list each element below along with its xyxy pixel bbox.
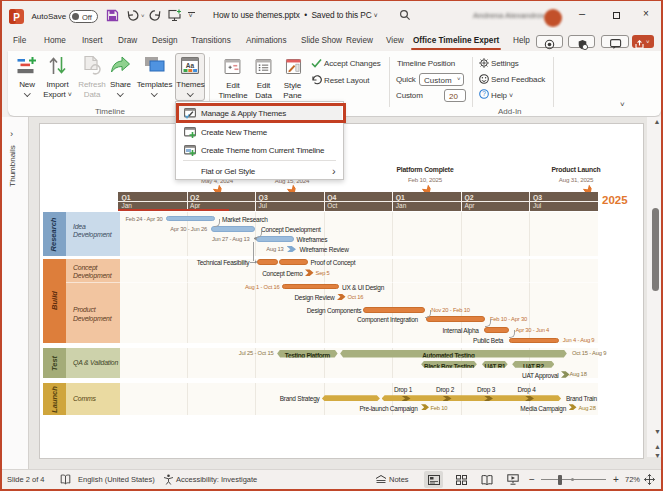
svg-text:Aa: Aa [186,62,195,69]
svg-text:?: ? [482,90,486,97]
svg-text:P: P [13,12,20,23]
